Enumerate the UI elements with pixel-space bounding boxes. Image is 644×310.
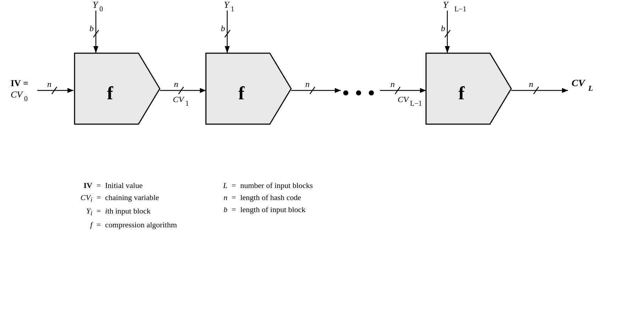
legend-row-L: L = number of input blocks (206, 181, 313, 190)
legend-sym-L: L (206, 181, 228, 190)
svg-text:n: n (47, 79, 51, 89)
legend-sym-iv: IV (71, 181, 92, 190)
legend-desc-f: compression algorithm (105, 220, 177, 229)
legend-eq-b: = (230, 205, 238, 214)
svg-text:b: b (221, 24, 225, 33)
legend-eq-yi: = (95, 206, 102, 216)
svg-text:CV: CV (398, 95, 409, 104)
svg-text:L−1: L−1 (454, 5, 466, 13)
svg-marker-35 (420, 88, 426, 93)
legend-right: L = number of input blocks n = length of… (206, 181, 313, 229)
svg-text:1: 1 (185, 99, 189, 107)
legend: IV = Initial value CVi = chaining variab… (71, 181, 313, 229)
svg-text:f: f (458, 83, 465, 103)
legend-row-iv: IV = Initial value (71, 181, 178, 190)
svg-text:b: b (441, 24, 445, 33)
legend-sym-yi: Yi (71, 206, 92, 217)
legend-sym-cvi: CVi (71, 193, 92, 204)
svg-marker-43 (445, 46, 450, 53)
svg-text:L−1: L−1 (410, 99, 422, 107)
svg-text:Y: Y (224, 0, 230, 10)
legend-desc-yi: ith input block (105, 206, 151, 216)
legend-eq-n: = (230, 193, 238, 202)
svg-marker-49 (562, 88, 568, 93)
legend-desc-b: length of input block (240, 205, 306, 214)
legend-row-yi: Yi = ith input block (71, 206, 178, 217)
svg-text:b: b (89, 24, 94, 33)
svg-text:L: L (588, 84, 593, 93)
svg-text:n: n (305, 79, 310, 89)
svg-text:Y: Y (93, 0, 99, 10)
svg-text:• • •: • • • (342, 81, 375, 105)
legend-left: IV = Initial value CVi = chaining variab… (71, 181, 178, 229)
svg-text:0: 0 (99, 5, 103, 13)
svg-text:0: 0 (24, 95, 28, 103)
svg-marker-12 (67, 88, 73, 93)
legend-sym-n: n (206, 193, 228, 202)
legend-row-f: f = compression algorithm (71, 220, 178, 229)
svg-text:CV: CV (572, 77, 586, 88)
legend-eq-f: = (95, 220, 102, 229)
legend-desc-iv: Initial value (105, 181, 143, 190)
svg-text:CV: CV (11, 89, 23, 100)
svg-marker-0 (75, 53, 160, 124)
svg-text:n: n (174, 79, 178, 89)
legend-eq-L: = (230, 181, 238, 190)
legend-sym-f: f (71, 220, 92, 229)
legend-desc-L: number of input blocks (240, 181, 313, 190)
svg-text:IV =: IV = (11, 78, 28, 88)
svg-marker-24 (225, 46, 230, 53)
legend-eq-iv: = (95, 181, 102, 190)
legend-row-cvi: CVi = chaining variable (71, 193, 178, 204)
legend-desc-cvi: chaining variable (105, 193, 159, 202)
svg-marker-3 (93, 46, 98, 53)
block-diagram: f Y 0 b IV = CV 0 n n CV 1 (0, 0, 644, 177)
legend-row-n: n = length of hash code (206, 193, 313, 202)
svg-text:n: n (391, 79, 395, 89)
svg-text:Y: Y (443, 0, 449, 10)
svg-text:f: f (238, 83, 245, 103)
legend-row-b: b = length of input block (206, 205, 313, 214)
svg-marker-30 (335, 88, 341, 93)
legend-sym-b: b (206, 205, 228, 214)
legend-desc-n: length of hash code (240, 193, 301, 202)
svg-marker-16 (200, 88, 206, 93)
svg-marker-40 (426, 53, 511, 124)
svg-text:CV: CV (173, 95, 185, 104)
legend-eq-cvi: = (95, 193, 102, 202)
svg-text:n: n (529, 79, 533, 89)
svg-text:1: 1 (231, 5, 234, 13)
page-container: f Y 0 b IV = CV 0 n n CV 1 (0, 0, 644, 310)
svg-marker-21 (206, 53, 291, 124)
svg-text:f: f (107, 83, 113, 103)
